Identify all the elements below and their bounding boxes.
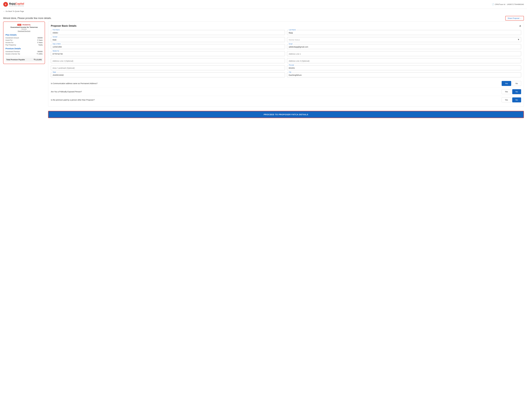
address1-group <box>287 51 521 56</box>
section-title: Proposer Basic Details <box>51 25 77 27</box>
gender-label: Gender <box>52 36 58 38</box>
divider <box>5 56 43 56</box>
logo-text: BajajCapital INSURANCE BROKING <box>9 2 24 7</box>
yn-row-1: Are You a Politically Exposed Person? Ye… <box>51 88 521 96</box>
yn-no-0[interactable]: No <box>512 81 521 86</box>
yn-question-0: Is Communication address same as Permane… <box>51 82 500 84</box>
back-arrow-icon: ← <box>3 10 5 12</box>
mobile-input[interactable] <box>51 51 285 56</box>
plan-detail-value-1: 5 Years <box>37 39 43 41</box>
yn-yes-2[interactable]: Yes <box>502 97 511 102</box>
premium-label-0: Investment Premium <box>5 51 20 52</box>
address3-group <box>287 58 521 63</box>
plan-type: Income <box>5 28 43 30</box>
document-icon: 📄 <box>492 3 494 5</box>
proceed-button[interactable]: PROCEED TO PROPOSER FATCA DETAILS <box>48 111 524 118</box>
plan-detail-value-2: 5 Years <box>37 42 43 43</box>
top-heading-row: Almost done, Please provide few more det… <box>0 14 527 21</box>
download-brochure-link[interactable]: Download Brochure <box>5 30 43 32</box>
yn-buttons-1: Yes No <box>502 89 521 94</box>
premium-row-1: Goods & Service Tax ₹ 13501 <box>5 53 43 55</box>
state-input[interactable] <box>51 72 285 77</box>
marital-status-group: Marital Status Single Married ▼ <box>287 37 521 42</box>
crn-label: CRN/Trace Id : <box>495 3 506 5</box>
area-input[interactable] <box>51 65 285 70</box>
icici-logo: ICICI PRUDENTIAL <box>5 24 43 26</box>
nav-bar: ← Go Back To Quote Page <box>0 9 527 14</box>
plan-details-title: Plan Details <box>5 34 43 36</box>
svg-text:b: b <box>5 3 6 5</box>
email-group: Email <box>287 44 521 49</box>
total-value: ₹ 3,13,501 <box>34 59 42 61</box>
premium-row-0: Investment Premium 300000 <box>5 51 43 52</box>
pincode-group: Pincode <box>287 65 521 70</box>
mobile-label: Mobile No <box>52 50 60 52</box>
state-label: State <box>52 71 57 73</box>
city-label: City <box>288 71 292 73</box>
plan-name: Guaranteed Income for Tomorrow <box>5 26 43 28</box>
last-name-input[interactable] <box>287 30 521 35</box>
crn-area: 📄 CRN/Trace Id : 145957177644980340 <box>492 3 524 5</box>
address1-input[interactable] <box>287 51 521 56</box>
plan-detail-value-0: 300000 <box>37 37 43 39</box>
plan-detail-row-0: Investment Amount 300000 <box>5 37 43 39</box>
marital-status-select[interactable]: Marital Status Single Married <box>287 37 521 42</box>
dob-input[interactable] <box>51 44 285 49</box>
yn-row-0: Is Communication address same as Permane… <box>51 79 521 88</box>
main-content: ICICI PRUDENTIAL Guaranteed Income for T… <box>0 21 527 420</box>
page-wrapper: b BajajCapital INSURANCE BROKING 📄 CRN/T… <box>0 0 527 420</box>
header: b BajajCapital INSURANCE BROKING 📄 CRN/T… <box>0 0 527 9</box>
plan-detail-label-3: Pay Frequency <box>5 44 16 46</box>
back-link[interactable]: ← Go Back To Quote Page <box>3 10 524 12</box>
plan-detail-label-1: Invest For <box>5 39 12 41</box>
logo-area: b BajajCapital INSURANCE BROKING <box>3 2 24 7</box>
address2-group <box>51 58 285 63</box>
plan-detail-row-2: Income For 5 Years <box>5 42 43 43</box>
right-panel: Proposer Basic Details ∧ First Name Last… <box>48 21 524 417</box>
last-name-label: Last Name <box>288 29 296 31</box>
mobile-group: Mobile No <box>51 51 285 56</box>
yn-buttons-2: Yes No <box>502 97 521 102</box>
plan-card: ICICI PRUDENTIAL Guaranteed Income for T… <box>3 21 45 64</box>
plan-detail-row-3: Pay Frequency Yearly <box>5 44 43 46</box>
pincode-input[interactable] <box>287 65 521 70</box>
city-input[interactable] <box>287 72 521 77</box>
gender-input[interactable] <box>51 37 285 42</box>
total-label: Total Premium Payable <box>6 59 25 61</box>
yn-questions: Is Communication address same as Permane… <box>51 79 521 104</box>
yn-yes-1[interactable]: Yes <box>502 89 511 94</box>
address3-input[interactable] <box>287 58 521 63</box>
city-group: City <box>287 72 521 77</box>
section-header: Proposer Basic Details ∧ <box>51 24 521 27</box>
page-main-heading: Almost done, Please provide few more det… <box>3 17 52 20</box>
dob-group: Date of Birth <box>51 44 285 49</box>
email-input[interactable] <box>287 44 521 49</box>
crn-value: 145957177644980340 <box>507 3 524 5</box>
share-proposal-button[interactable]: Share Proposal → <box>505 16 524 21</box>
proceed-btn-wrapper: PROCEED TO PROPOSER FATCA DETAILS <box>48 109 524 120</box>
yn-question-1: Are You a Politically Exposed Person? <box>51 91 500 93</box>
back-label: Go Back To Quote Page <box>6 10 24 12</box>
yn-no-1[interactable]: No <box>512 89 521 94</box>
premium-label-1: Goods & Service Tax <box>5 53 20 55</box>
plan-detail-value-3: Yearly <box>38 44 43 46</box>
yn-buttons-0: Yes No <box>502 81 521 86</box>
pincode-label: Pincode <box>288 64 295 66</box>
premium-value-0: 300000 <box>37 51 43 52</box>
state-group: State <box>51 72 285 77</box>
left-panel: ICICI PRUDENTIAL Guaranteed Income for T… <box>3 21 45 417</box>
collapse-icon[interactable]: ∧ <box>519 24 521 27</box>
last-name-group: Last Name <box>287 30 521 35</box>
first-name-input[interactable] <box>51 30 285 35</box>
proposer-basic-details-card: Proposer Basic Details ∧ First Name Last… <box>48 21 524 107</box>
bajaj-capital-logo-icon: b <box>3 2 8 7</box>
premium-details-title: Premium Details <box>5 47 43 50</box>
yn-no-2[interactable]: No <box>512 97 521 102</box>
address2-input[interactable] <box>51 58 285 63</box>
yn-question-2: Is the premium paid by a person other th… <box>51 99 500 101</box>
area-group <box>51 65 285 70</box>
yn-yes-0[interactable]: Yes <box>502 81 511 86</box>
form-grid: First Name Last Name Gender <box>51 30 521 77</box>
plan-detail-row-1: Invest For 5 Years <box>5 39 43 41</box>
gender-group: Gender <box>51 37 285 42</box>
